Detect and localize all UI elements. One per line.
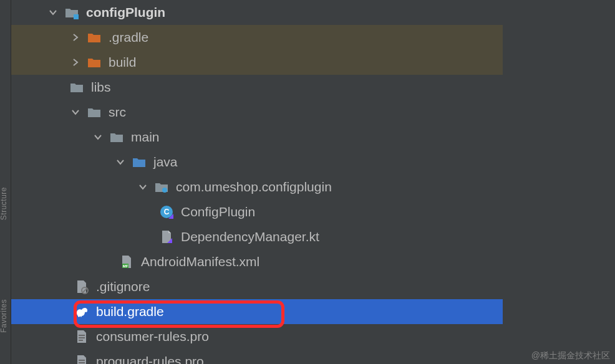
svg-rect-11 [79,360,85,361]
package-icon [153,179,170,195]
tree-node-label: DependencyManager.kt [181,229,319,244]
svg-rect-0 [74,14,79,19]
project-tree-panel[interactable]: configPlugin.gradlebuildlibssrcmainjavac… [11,0,615,364]
chevron-down-icon[interactable] [91,130,105,144]
folder-gray-icon [109,129,125,145]
tree-node-label: consumer-rules.pro [96,329,209,344]
chevron-right-icon[interactable] [69,31,82,44]
tree-node-label: configPlugin [86,5,165,20]
watermark-text: @稀土掘金技术社区 [531,350,610,362]
folder-orange-icon [86,54,102,70]
tree-node-proguard[interactable]: proguard-rules.pro [11,349,503,364]
tree-node-consumer[interactable]: consumer-rules.pro [11,324,503,349]
tree-node-label: com.umeshop.configplugin [176,180,332,194]
chevron-down-icon[interactable] [114,155,127,169]
tree-node-buildGradle[interactable]: build.gradle [11,299,503,324]
tree-node-gradleDir[interactable]: .gradle [11,25,503,50]
proguard-icon [74,353,90,364]
tree-node-main[interactable]: main [11,125,503,150]
tree-node-label: build.gradle [96,304,164,319]
folder-gray-icon [86,104,102,120]
gitignore-icon [74,279,90,295]
tree-node-label: build [109,55,136,70]
proguard-icon [74,328,90,345]
chevron-down-icon[interactable] [46,6,60,19]
tree-node-label: src [109,105,126,120]
folder-gray-icon [69,79,85,95]
tree-node-libs[interactable]: libs [11,75,503,100]
svg-rect-9 [79,337,85,338]
tree-node-label: .gitignore [96,279,150,294]
svg-rect-10 [79,340,83,341]
tree-node-label: AndroidManifest.xml [141,254,259,269]
tree-node-src[interactable]: src [11,100,503,125]
tree-node-label: libs [91,80,111,95]
sidebar-tab-favorites[interactable]: Favorites [0,299,8,333]
svg-rect-12 [79,362,85,363]
tree-node-label: .gradle [109,30,148,45]
tree-node-gitignore[interactable]: .gitignore [11,274,503,299]
svg-text:C: C [164,208,170,216]
module-folder-icon [64,4,80,21]
kotlin-class-icon: C [158,204,175,220]
svg-rect-8 [79,335,85,336]
tree-node-label: ConfigPlugin [181,204,255,219]
svg-point-1 [162,188,167,193]
tool-window-sidebar: Structure Favorites [0,0,11,364]
tree-node-root[interactable]: configPlugin [11,0,503,25]
tree-node-buildDir[interactable]: build [11,50,503,75]
tree-node-java[interactable]: java [11,150,503,175]
manifest-icon: MF [119,254,135,270]
tree-node-manifest[interactable]: MFAndroidManifest.xml [11,249,503,274]
gradle-icon [74,304,90,320]
chevron-right-icon[interactable] [69,55,82,69]
folder-orange-icon [86,29,102,46]
tree-node-cfgPlugin[interactable]: CConfigPlugin [11,199,503,224]
project-tree[interactable]: configPlugin.gradlebuildlibssrcmainjavac… [11,0,503,364]
tree-node-depMgr[interactable]: DependencyManager.kt [11,224,503,249]
tree-node-label: proguard-rules.pro [96,354,204,364]
folder-blue-icon [131,154,147,170]
sidebar-tab-structure[interactable]: Structure [0,187,8,220]
tree-node-label: java [153,155,178,170]
chevron-down-icon[interactable] [69,105,82,119]
tree-node-pkg[interactable]: com.umeshop.configplugin [11,175,503,199]
chevron-down-icon[interactable] [136,180,150,194]
svg-text:MF: MF [123,264,128,268]
tree-node-label: main [131,130,160,145]
kotlin-file-icon [158,229,175,245]
